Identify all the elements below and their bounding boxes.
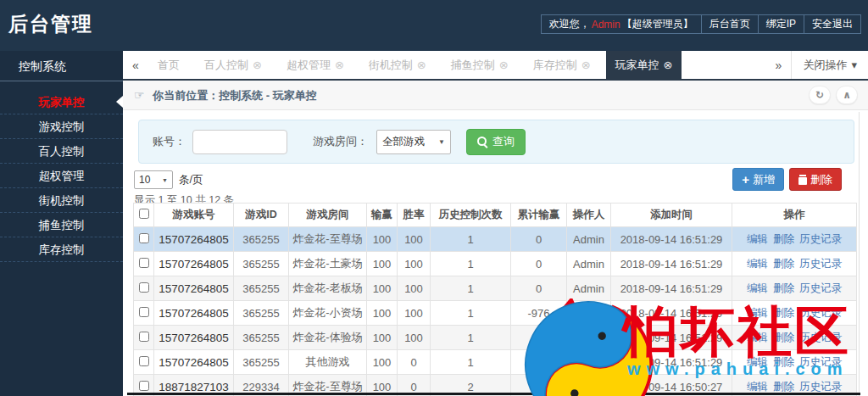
sidebar-item-player-single-control[interactable]: 玩家单控 xyxy=(0,90,123,114)
action-edit-link[interactable]: 编辑 xyxy=(747,258,768,270)
cell: 100 xyxy=(367,276,398,301)
action-delete-link[interactable]: 删除 xyxy=(773,356,794,368)
tab-hundred-control[interactable]: 百人控制⊗ xyxy=(195,51,271,79)
search-button[interactable]: 查询 xyxy=(466,129,526,155)
column-header: 游戏ID xyxy=(234,204,289,227)
action-edit-link[interactable]: 编辑 xyxy=(747,356,768,368)
table-row: 15707264805365255炸金花-小资场1001001-976Admin… xyxy=(134,301,857,326)
row-checkbox-cell xyxy=(134,350,154,375)
action-history-link[interactable]: 历史记录 xyxy=(799,307,842,319)
cell: 100 xyxy=(398,227,431,252)
action-history-link[interactable]: 历史记录 xyxy=(799,356,842,368)
tab-close-icon[interactable]: ⊗ xyxy=(581,59,591,71)
tab-close-icon[interactable]: ⊗ xyxy=(335,59,344,71)
add-button-label: 新增 xyxy=(753,172,775,187)
search-button-label: 查询 xyxy=(492,134,515,149)
cell: 100 xyxy=(367,252,398,276)
cell: 2018-09-14 16:51:29 xyxy=(611,227,732,252)
sidebar-menu: 玩家单控游戏控制百人控制超权管理街机控制捕鱼控制库存控制 xyxy=(0,81,123,262)
account-input[interactable] xyxy=(192,130,287,154)
action-delete-link[interactable]: 删除 xyxy=(773,282,794,294)
select-caret-icon: ▼ xyxy=(162,177,168,183)
action-edit-link[interactable]: 编辑 xyxy=(747,332,768,343)
sidebar-item-fishing-control[interactable]: 捕鱼控制 xyxy=(0,213,123,237)
collapse-button[interactable]: ∧ xyxy=(836,86,858,104)
action-delete-link[interactable]: 删除 xyxy=(773,307,794,319)
tab-fishing-control[interactable]: 捕鱼控制⊗ xyxy=(442,51,518,79)
tab-scroll-right-button[interactable]: » xyxy=(765,51,791,79)
row-checkbox[interactable] xyxy=(139,332,149,342)
delete-button-label: 删除 xyxy=(810,172,832,187)
add-button[interactable]: + 新增 xyxy=(732,168,784,191)
room-select[interactable]: 全部游戏 ▼ xyxy=(376,130,451,154)
action-delete-link[interactable]: 删除 xyxy=(773,381,794,393)
sidebar-item-label: 超权管理 xyxy=(39,170,85,182)
tab-home[interactable]: 首页 xyxy=(148,51,189,79)
cell: 15707264805 xyxy=(154,227,234,252)
action-delete-link[interactable]: 删除 xyxy=(773,258,794,270)
row-checkbox[interactable] xyxy=(139,233,149,243)
sidebar-item-label: 玩家单控 xyxy=(39,96,85,109)
tab-close-icon[interactable]: ⊗ xyxy=(499,59,509,71)
action-delete-link[interactable]: 删除 xyxy=(773,233,794,245)
sidebar-item-hundred-control[interactable]: 百人控制 xyxy=(0,139,123,164)
page-size-select[interactable]: 10 ▼ xyxy=(134,170,173,189)
table-row: 15707264805365255其他游戏100010Admin2018-09-… xyxy=(134,350,857,375)
delete-button[interactable]: 删除 xyxy=(789,168,842,191)
tab-close-icon[interactable]: ⊗ xyxy=(253,59,262,71)
action-history-link[interactable]: 历史记录 xyxy=(799,332,842,343)
content-area: 账号： 游戏房间： 全部游戏 ▼ 查询 10 ▼ 条/页 xyxy=(123,112,860,396)
action-edit-link[interactable]: 编辑 xyxy=(747,233,768,245)
pointer-icon: ☞ xyxy=(134,88,145,102)
tab-stock-control[interactable]: 库存控制⊗ xyxy=(524,51,600,79)
cell: 100 xyxy=(398,276,431,301)
cell: 炸金花-至尊场 xyxy=(289,227,367,252)
action-history-link[interactable]: 历史记录 xyxy=(799,258,842,270)
tab-player-single-control[interactable]: 玩家单控⊗ xyxy=(606,51,682,79)
sidebar-item-super-manage[interactable]: 超权管理 xyxy=(0,164,123,188)
cell: 2018-09-14 16:51:29 xyxy=(611,276,732,301)
user-role: 【超级管理员】 xyxy=(622,17,693,31)
welcome-text: 欢迎您， Admin 【超级管理员】 xyxy=(542,15,701,33)
room-label: 游戏房间： xyxy=(313,134,368,149)
sidebar-item-stock-control[interactable]: 库存控制 xyxy=(0,237,123,262)
tab-close-icon[interactable]: ⊗ xyxy=(664,59,673,71)
row-checkbox[interactable] xyxy=(139,258,149,268)
refresh-button[interactable]: ↻ xyxy=(809,86,831,104)
cell: Admin xyxy=(567,326,611,350)
admin-page: 后台管理 欢迎您， Admin 【超级管理员】 后台首页 绑定IP 安全退出 控… xyxy=(0,0,868,396)
header-link-home[interactable]: 后台首页 xyxy=(701,15,758,33)
action-edit-link[interactable]: 编辑 xyxy=(747,381,768,393)
tab-arcade-control[interactable]: 街机控制⊗ xyxy=(359,51,436,79)
tab-super-manage[interactable]: 超权管理⊗ xyxy=(277,51,353,79)
row-checkbox-cell xyxy=(134,252,154,276)
row-checkbox-cell xyxy=(134,326,154,350)
action-history-link[interactable]: 历史记录 xyxy=(799,381,842,393)
action-delete-link[interactable]: 删除 xyxy=(773,332,794,343)
row-checkbox[interactable] xyxy=(139,282,149,293)
cell: 365255 xyxy=(234,301,289,326)
tab-label: 库存控制 xyxy=(533,58,577,73)
table-row: 15707264805365255炸金花-体验场10010010Admin201… xyxy=(134,326,857,350)
action-edit-link[interactable]: 编辑 xyxy=(747,307,768,319)
header-link-logout[interactable]: 安全退出 xyxy=(804,15,860,33)
close-operations-dropdown[interactable]: 关闭操作 ▾ xyxy=(791,51,868,79)
header-link-bind-ip[interactable]: 绑定IP xyxy=(758,15,804,33)
action-history-link[interactable]: 历史记录 xyxy=(799,282,842,294)
sidebar-item-game-control[interactable]: 游戏控制 xyxy=(0,114,123,139)
search-panel: 账号： 游戏房间： 全部游戏 ▼ 查询 xyxy=(138,120,854,164)
cell: 2018-09-14 16:51:29 xyxy=(611,350,732,375)
tab-scroll-left-button[interactable]: « xyxy=(123,51,148,79)
row-checkbox[interactable] xyxy=(139,356,149,366)
select-all-checkbox[interactable] xyxy=(139,209,149,219)
bottom-divider xyxy=(127,393,860,395)
action-history-link[interactable]: 历史记录 xyxy=(799,233,842,245)
sidebar-item-arcade-control[interactable]: 街机控制 xyxy=(0,188,123,213)
row-checkbox[interactable] xyxy=(139,381,149,391)
cell: 365255 xyxy=(234,350,289,375)
cell: 100 xyxy=(398,252,431,276)
row-checkbox[interactable] xyxy=(139,307,149,317)
tab-close-icon[interactable]: ⊗ xyxy=(417,59,426,71)
action-edit-link[interactable]: 编辑 xyxy=(747,282,768,294)
cell: 1 xyxy=(431,252,511,276)
